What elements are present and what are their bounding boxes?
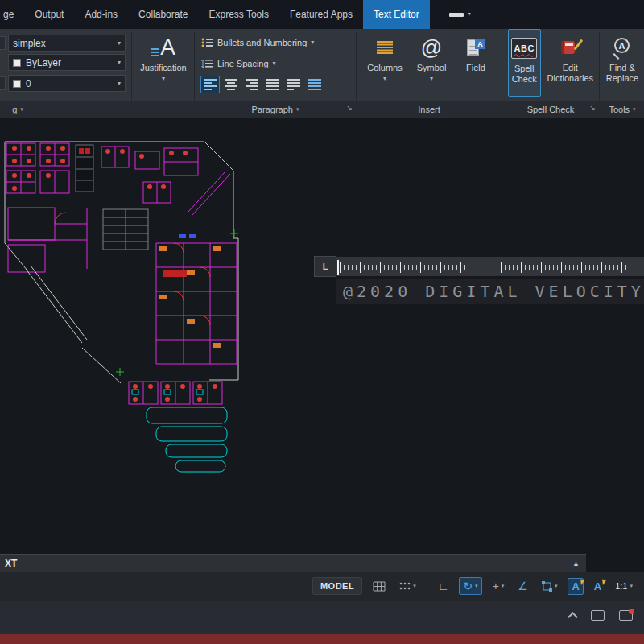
chevron-down-icon[interactable]: ▾	[413, 583, 416, 589]
combo-value: ByLayer	[26, 57, 61, 68]
spell-check-panel-footer[interactable]: Spell Check ↘	[503, 101, 598, 118]
dialog-launcher-icon[interactable]: ↘	[346, 104, 353, 112]
color-combo[interactable]: ByLayer ▾	[8, 54, 126, 71]
chevron-down-icon: ▾	[430, 75, 433, 82]
indent-marker[interactable]	[337, 260, 339, 275]
diagonal-wall	[26, 266, 87, 343]
button-label: Spell	[514, 64, 534, 74]
symbol-button[interactable]: @ Symbol ▾	[409, 29, 454, 97]
button-label: Justification	[140, 63, 186, 73]
polar-tracking-button[interactable]: ↻ ▾	[459, 577, 481, 595]
autoscale-button[interactable]: A	[591, 579, 605, 594]
align-justify-button[interactable]	[263, 76, 283, 93]
tab-collaborate[interactable]: Collaborate	[128, 0, 198, 29]
line-spacing-button[interactable]: Line Spacing ▾	[201, 56, 276, 71]
align-right-icon	[245, 78, 259, 91]
paragraph-combined-button[interactable]	[305, 76, 324, 93]
minimize-ribbon-icon	[449, 13, 464, 17]
door-arcs	[55, 213, 210, 325]
panel-expand-icon: ▾	[633, 106, 636, 113]
formatting-panel-footer[interactable]: g ▾	[0, 101, 35, 118]
justification-panel: A Justification ▾	[134, 29, 193, 101]
formatting-panel: simplex ▾ ByLayer ▾ 0 ▾	[0, 29, 130, 101]
drawing-canvas[interactable]: L @2020 DIGITAL VELOCITY	[0, 118, 644, 554]
chevron-down-icon[interactable]: ▾	[475, 583, 478, 589]
text-style-combo[interactable]: simplex ▾	[8, 35, 126, 52]
find-replace-icon: A	[612, 37, 633, 58]
tab-text-editor[interactable]: Text Editor	[363, 0, 430, 29]
layer-icon	[0, 76, 6, 90]
ortho-mode-button[interactable]: ∟	[435, 578, 452, 594]
align-distribute-button[interactable]	[284, 76, 303, 93]
tools-panel-footer[interactable]: Tools ▾	[601, 101, 644, 118]
tab-output[interactable]: Output	[24, 0, 74, 29]
find-replace-button[interactable]: A Find & Replace	[601, 29, 644, 97]
field-button[interactable]: A Field	[456, 29, 496, 97]
chevron-down-icon: ▾	[273, 60, 276, 67]
room-tag	[163, 270, 187, 277]
button-label: Edit	[563, 63, 578, 73]
bullets-numbering-button[interactable]: Bullets and Numbering ▾	[201, 35, 314, 50]
annotation-visibility-button[interactable]: A	[568, 578, 583, 595]
paragraph-panel-footer[interactable]: Paragraph ▾ ↘	[196, 101, 355, 118]
button-label: Replace	[606, 73, 638, 84]
command-input-text[interactable]: XT	[0, 558, 17, 569]
chevron-down-icon[interactable]: ▾	[630, 583, 633, 589]
insert-panel-footer[interactable]: Insert	[357, 101, 501, 118]
combo-value: simplex	[13, 38, 46, 49]
osnap-icon	[542, 581, 552, 592]
mtext-content: @2020 DIGITAL VELOCITY	[336, 282, 644, 301]
isometric-drafting-button[interactable]: ∠	[514, 578, 531, 594]
menu-label: Bullets and Numbering	[217, 38, 307, 47]
grid-display-button[interactable]	[369, 579, 389, 594]
ortho-icon: ∟	[438, 580, 449, 592]
chevron-down-icon[interactable]: ▾	[118, 40, 121, 47]
ribbon-tab-bar: ge Output Add-ins Collaborate Express To…	[0, 0, 644, 29]
align-right-button[interactable]	[242, 76, 262, 93]
dropdown-arrow-icon: ▾	[468, 11, 471, 18]
line-spacing-icon	[201, 59, 213, 68]
ribbon-display-toggle[interactable]: ▾	[443, 0, 477, 29]
justification-icon: A	[151, 36, 175, 59]
justification-button[interactable]: A Justification ▾	[134, 29, 193, 97]
tab-manage[interactable]: ge	[0, 0, 24, 29]
status-divider	[427, 578, 427, 594]
mtext-column-tab[interactable]: L	[314, 256, 336, 277]
command-line-bar[interactable]: XT ▲	[0, 554, 586, 572]
chevron-up-icon[interactable]	[568, 612, 578, 622]
mtext-ruler[interactable]	[336, 256, 644, 277]
tab-add-ins[interactable]: Add-ins	[74, 0, 128, 29]
tab-featured-apps[interactable]: Featured Apps	[279, 0, 363, 29]
dialog-launcher-icon[interactable]: ↘	[589, 104, 596, 112]
annotation-scale-button[interactable]: 1:1 ▾	[612, 579, 636, 593]
columns-button[interactable]: Columns ▾	[362, 29, 407, 97]
chevron-down-icon[interactable]: ▾	[118, 80, 121, 87]
button-label: Check	[512, 74, 537, 85]
panel-title: Paragraph	[252, 105, 293, 114]
ruler-major-ticks	[340, 262, 642, 273]
notification-icon[interactable]	[619, 610, 633, 621]
chevron-down-icon[interactable]: ▾	[555, 583, 558, 589]
chevron-down-icon[interactable]: ▾	[118, 60, 121, 66]
expand-command-history-icon[interactable]: ▲	[572, 559, 586, 568]
button-label: Columns	[367, 63, 402, 73]
status-bar: MODEL ▾ ∟ ↻ ▾ + ▾ ∠ ▾ A A 1:1 ▾	[0, 572, 644, 601]
desks	[159, 246, 221, 348]
desktop-connect-icon[interactable]	[591, 610, 605, 621]
chevron-down-icon[interactable]: ▾	[502, 583, 505, 589]
align-center-button[interactable]	[221, 76, 241, 93]
snap-mode-button[interactable]: ▾	[396, 580, 419, 592]
model-space-button[interactable]: MODEL	[312, 577, 362, 595]
edit-dictionaries-button[interactable]: Edit Dictionaries	[547, 29, 593, 97]
mtext-editor[interactable]: @2020 DIGITAL VELOCITY	[336, 279, 644, 304]
object-snap-button[interactable]: ▾	[539, 579, 561, 594]
object-snap-tracking-button[interactable]: + ▾	[489, 578, 508, 594]
layer-combo[interactable]: 0 ▾	[8, 75, 126, 92]
bullets-icon	[201, 38, 213, 47]
spell-check-button[interactable]: ABC Spell Check	[508, 29, 541, 97]
at-symbol-icon: @	[421, 37, 442, 58]
align-left-button[interactable]	[200, 76, 220, 93]
floor-plan-drawing	[0, 140, 253, 485]
tab-express-tools[interactable]: Express Tools	[198, 0, 279, 29]
menu-label: Line Spacing	[217, 59, 269, 68]
